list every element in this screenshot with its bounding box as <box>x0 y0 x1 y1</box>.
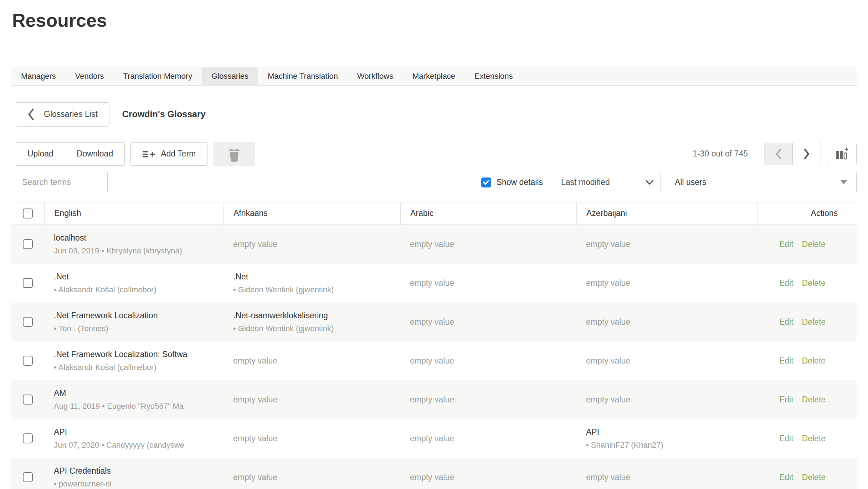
show-details-checkbox[interactable] <box>481 177 491 187</box>
page: Resources ManagersVendorsTranslation Mem… <box>0 10 868 489</box>
users-filter-dropdown[interactable]: All users <box>666 172 857 193</box>
term-detail: • Alaksandr Košal (callmebor) <box>54 284 224 295</box>
empty-value-label: empty value <box>410 434 576 443</box>
term-detail: Aug 11, 2019 • Eugenio "Ryo567" Ma <box>54 401 224 412</box>
english-cell: APIJun 07, 2020 • Candyyyyy (candyswe <box>44 419 224 458</box>
azerbaijani-cell: empty value <box>576 303 757 341</box>
term-text: API Credentials <box>54 465 224 477</box>
azerbaijani-cell: empty value <box>576 380 757 419</box>
tab-marketplace[interactable]: Marketplace <box>403 67 465 85</box>
azerbaijani-cell: empty value <box>576 458 757 489</box>
trash-icon <box>226 145 242 163</box>
english-cell: localhostJun 03, 2019 • Khrystyna (khrys… <box>44 225 224 264</box>
next-page-button[interactable] <box>792 143 821 165</box>
afrikaans-cell: empty value <box>224 225 400 264</box>
tab-translation-memory[interactable]: Translation Memory <box>114 67 202 85</box>
table-row: API Credentials• powerburner-nlempty val… <box>11 458 857 489</box>
afrikaans-cell: .Net-raamwerklokalisering• Gideon Wentin… <box>224 303 400 341</box>
table-row: APIJun 07, 2020 • Candyyyyy (candysweemp… <box>11 419 857 458</box>
edit-link[interactable]: Edit <box>779 278 793 288</box>
row-checkbox[interactable] <box>23 395 33 405</box>
manage-columns-button[interactable] <box>827 143 857 165</box>
english-cell: .Net• Alaksandr Košal (callmebor) <box>44 264 224 303</box>
term-detail: • Ton . (Tonnes) <box>54 323 224 334</box>
row-checkbox[interactable] <box>23 317 33 327</box>
empty-value-label: empty value <box>233 356 400 366</box>
afrikaans-cell: empty value <box>224 458 400 489</box>
english-cell: .Net Framework Localization: Softwa• Ala… <box>44 341 224 380</box>
edit-link[interactable]: Edit <box>779 356 793 366</box>
tab-workflows[interactable]: Workflows <box>348 67 403 85</box>
azerbaijani-cell: API• ShahinF27 (Khan27) <box>576 419 757 458</box>
azerbaijani-cell: empty value <box>576 264 757 303</box>
add-term-label: Add Term <box>161 149 196 159</box>
empty-value-label: empty value <box>586 356 757 366</box>
sort-select[interactable]: Last modified <box>553 172 661 193</box>
column-header-afrikaans: Afrikaans <box>224 202 400 225</box>
edit-link[interactable]: Edit <box>779 317 793 327</box>
edit-link[interactable]: Edit <box>779 434 793 443</box>
select-all-checkbox[interactable] <box>23 209 33 218</box>
delete-link[interactable]: Delete <box>802 240 826 249</box>
prev-page-button[interactable] <box>764 143 793 165</box>
table-row: .Net Framework Localization• Ton . (Tonn… <box>11 303 857 341</box>
azerbaijani-cell: empty value <box>576 225 757 264</box>
term-text: .Net <box>54 271 224 283</box>
term-detail: Jun 03, 2019 • Khrystyna (khrystyna) <box>54 245 224 257</box>
tab-glossaries[interactable]: Glossaries <box>202 67 258 85</box>
empty-value-label: empty value <box>233 395 400 405</box>
empty-value-label: empty value <box>410 356 576 366</box>
english-cell: API Credentials• powerburner-nl <box>44 458 224 489</box>
row-checkbox-cell <box>11 225 44 264</box>
actions-cell: EditDelete <box>757 225 857 264</box>
back-button-label: Glossaries List <box>44 109 98 119</box>
delete-link[interactable]: Delete <box>802 317 826 327</box>
delete-link[interactable]: Delete <box>802 395 826 405</box>
tab-machine-translation[interactable]: Machine Translation <box>258 67 348 85</box>
row-checkbox-cell <box>11 458 44 489</box>
edit-link[interactable]: Edit <box>779 395 793 405</box>
row-checkbox[interactable] <box>23 472 33 482</box>
empty-value-label: empty value <box>586 473 757 482</box>
term-text: .Net Framework Localization <box>54 310 224 321</box>
row-checkbox[interactable] <box>23 278 33 288</box>
delete-selected-button[interactable] <box>213 142 255 166</box>
delete-link[interactable]: Delete <box>802 434 826 443</box>
delete-link[interactable]: Delete <box>802 356 826 366</box>
empty-value-label: empty value <box>586 317 757 327</box>
tab-vendors[interactable]: Vendors <box>66 67 114 85</box>
download-button[interactable]: Download <box>65 142 125 166</box>
empty-value-label: empty value <box>410 317 576 327</box>
afrikaans-cell: empty value <box>224 341 400 380</box>
toolbar-right: 1-30 out of 745 <box>693 143 857 165</box>
term-text: .Net Framework Localization: Softwa <box>54 349 224 360</box>
column-header-arabic: Arabic <box>400 202 576 225</box>
empty-value-label: empty value <box>410 240 576 249</box>
glossaries-list-back-button[interactable]: Glossaries List <box>16 102 109 127</box>
edit-link[interactable]: Edit <box>779 473 793 482</box>
add-term-button[interactable]: Add Term <box>130 142 207 166</box>
term-text: API <box>54 426 224 438</box>
back-chevron-icon <box>27 108 35 120</box>
term-detail: • Gideon Wentink (gjwentink) <box>233 323 400 334</box>
divider <box>11 133 857 133</box>
row-checkbox-cell <box>11 264 44 303</box>
delete-link[interactable]: Delete <box>802 473 826 482</box>
row-checkbox[interactable] <box>23 356 33 366</box>
chevron-left-icon <box>775 149 782 159</box>
upload-button[interactable]: Upload <box>16 142 65 166</box>
show-details-label: Show details <box>497 177 543 187</box>
tab-extensions[interactable]: Extensions <box>465 67 523 85</box>
edit-link[interactable]: Edit <box>779 240 793 249</box>
delete-link[interactable]: Delete <box>802 278 826 288</box>
column-header-english: English <box>44 202 224 225</box>
tab-managers[interactable]: Managers <box>11 67 66 85</box>
afrikaans-cell: empty value <box>224 419 400 458</box>
filter-row: Show details Last modified All users <box>16 172 857 193</box>
search-input[interactable] <box>16 172 108 193</box>
row-checkbox[interactable] <box>23 239 33 249</box>
row-checkbox[interactable] <box>23 433 33 443</box>
table-row: localhostJun 03, 2019 • Khrystyna (khrys… <box>11 225 857 264</box>
arabic-cell: empty value <box>400 341 576 380</box>
row-checkbox-cell <box>11 303 44 341</box>
